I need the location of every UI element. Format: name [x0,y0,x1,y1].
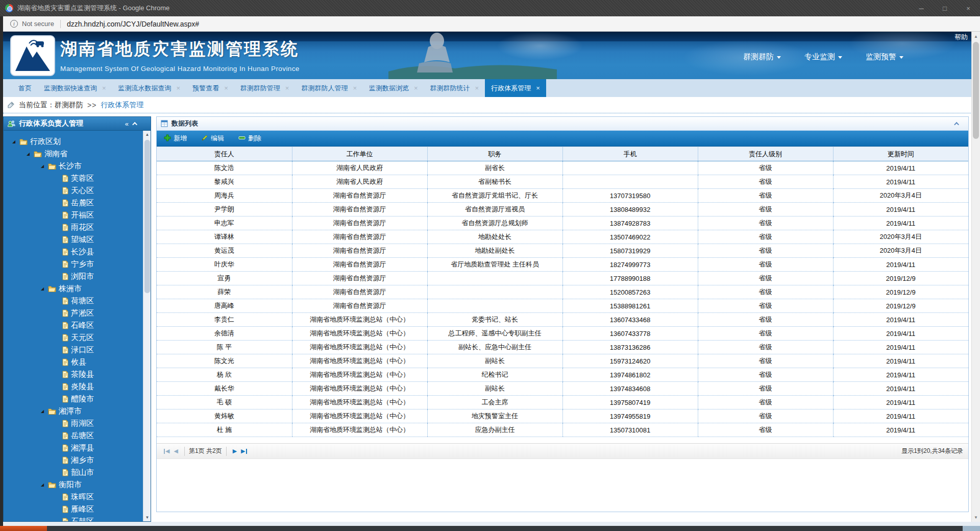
table-row[interactable]: 尹学朗湖南省自然资源厅省自然资源厅巡视员13808489932省级2019/4/… [157,203,968,216]
tab-7[interactable]: 群测群防统计× [424,79,485,97]
close-icon[interactable]: × [475,84,479,92]
tree-item-31[interactable]: 石鼓区 [4,515,143,521]
tab-5[interactable]: 群测群防人管理× [295,79,363,97]
collapse-left-icon[interactable]: « [125,120,129,127]
tab-1[interactable]: 监测数据快速查询× [38,79,112,97]
tree-item-24[interactable]: 岳塘区 [4,429,143,442]
tree-item-13[interactable]: 荷塘区 [4,295,143,307]
scroll-thumb[interactable] [144,140,150,293]
table-row[interactable]: 薛荣湖南省自然资源厅15200857263省级2019/12/9 [157,285,968,299]
table-row[interactable]: 杨 欣湖南省地质环境监测总站（中心）纪检书记13974861802省级2019/… [157,368,968,382]
tree-item-26[interactable]: 湘乡市 [4,454,143,466]
tree-item-14[interactable]: 芦淞区 [4,307,143,319]
tree-item-30[interactable]: 雁峰区 [4,503,143,515]
table-row[interactable]: 毛 硕湖南省地质环境监测总站（中心）工会主席13975807419省级2019/… [157,396,968,409]
top-nav-item-1[interactable]: 专业监测 [804,52,842,62]
tree-item-6[interactable]: 开福区 [4,209,143,221]
tree-item-21[interactable]: 醴陵市 [4,393,143,405]
table-row[interactable]: 黄炜敏湖南省地质环境监测总站（中心）地灾预警室主任13974955819省级20… [157,409,968,423]
tree-item-9[interactable]: 长沙县 [4,246,143,258]
close-button[interactable]: × [957,0,980,16]
table-row[interactable]: 陈文浩湖南省人民政府副省长省级2019/4/11 [157,161,968,175]
tree-item-25[interactable]: 湘潭县 [4,442,143,454]
tab-4[interactable]: 群测群防管理× [234,79,296,97]
minimize-button[interactable]: ─ [910,0,933,16]
table-row[interactable]: 周海兵湖南省自然资源厅省自然资源厅党组书记、厅长13707319580省级202… [157,189,968,203]
table-row[interactable]: 陈 平湖南省地质环境监测总站（中心）副站长、应急中心副主任13873136286… [157,341,968,354]
table-row[interactable]: 黄运茂湖南省自然资源厅地勘处副处长15807319929省级2020年3月4日 [157,244,968,258]
tree-item-10[interactable]: 宁乡市 [4,258,143,270]
tree-item-3[interactable]: 芙蓉区 [4,172,143,184]
table-row[interactable]: 李贵仁湖南省地质环境监测总站（中心）党委书记、站长13607433468省级20… [157,313,968,327]
tree-expander-icon[interactable]: ◢ [39,164,45,168]
tree-item-8[interactable]: 望城区 [4,233,143,246]
table-row[interactable]: 申志军湖南省自然资源厅省自然资源厅总规划师13874928783省级2019/4… [157,216,968,230]
table-row[interactable]: 陈文光湖南省地质环境监测总站（中心）副站长15973124620省级2019/4… [157,354,968,368]
table-row[interactable]: 宣勇湖南省自然资源厅17788990188省级2019/12/9 [157,272,968,285]
table-row[interactable]: 谭译林湖南省自然资源厅地勘处处长13507469022省级2020年3月4日 [157,230,968,244]
tab-8[interactable]: 行政体系管理× [485,79,546,97]
scrollbar-down-icon[interactable]: ▼ [972,513,980,521]
column-header-3[interactable]: 手机 [562,147,698,161]
tree-item-22[interactable]: ◢湘潭市 [4,405,143,417]
close-icon[interactable]: × [353,84,357,92]
tree-item-16[interactable]: 天元区 [4,331,143,344]
top-nav-item-0[interactable]: 群测群防 [743,52,781,62]
column-header-4[interactable]: 责任人级别 [698,147,833,161]
tree-item-2[interactable]: ◢长沙市 [4,160,143,172]
tab-0[interactable]: 首页 [12,79,38,97]
tree-item-20[interactable]: 炎陵县 [4,380,143,393]
panel-collapse-icon[interactable] [954,122,959,127]
tab-6[interactable]: 监测数据浏览× [363,79,424,97]
tree-item-12[interactable]: ◢株洲市 [4,282,143,295]
tree-item-29[interactable]: 珠晖区 [4,491,143,503]
maximize-button[interactable]: □ [933,0,957,16]
table-row[interactable]: 余德清湖南省地质环境监测总站（中心）总工程师、遥感中心专职副主任13607433… [157,327,968,341]
tree-expander-icon[interactable]: ◢ [39,409,45,414]
close-icon[interactable]: × [285,84,289,92]
tree-item-5[interactable]: 岳麓区 [4,197,143,209]
table-row[interactable]: 戴长华湖南省地质环境监测总站（中心）副站长13974834608省级2019/4… [157,382,968,396]
tree-item-4[interactable]: 天心区 [4,184,143,197]
url-text[interactable]: dzzh.hndzhj.com/JCYJ/DefaultNew.aspx# [67,20,199,28]
taskbar-active-app[interactable] [0,526,47,531]
tree-item-17[interactable]: 渌口区 [4,344,143,356]
close-icon[interactable]: × [414,84,418,92]
tree-item-11[interactable]: 浏阳市 [4,270,143,282]
taskbar-tray[interactable] [963,526,980,531]
delete-button[interactable]: 删除 [238,134,261,143]
sidebar-scrollbar[interactable]: ▲ ▼ [143,131,151,521]
pager-first-button[interactable]: ◀ [162,448,172,454]
pager-last-button[interactable]: ▶ [239,448,249,454]
tree-expander-icon[interactable]: ◢ [25,152,31,156]
column-header-0[interactable]: 责任人 [157,147,292,161]
tree-item-27[interactable]: 韶山市 [4,466,143,478]
browser-scrollbar[interactable]: ▲ ▼ [971,32,980,522]
tree-expander-icon[interactable]: ◢ [39,286,45,291]
tree-expander-icon[interactable]: ◢ [11,139,17,144]
column-header-5[interactable]: 更新时间 [833,147,968,161]
close-icon[interactable]: × [177,84,181,92]
help-link[interactable]: 帮助 [954,33,968,42]
close-icon[interactable]: × [536,84,540,92]
scroll-down-icon[interactable]: ▼ [143,514,151,521]
table-row[interactable]: 叶庆华湖南省自然资源厅省厅地质勘查管理处 主任科员18274999773省级20… [157,258,968,272]
scrollbar-thumb[interactable] [973,42,979,139]
table-row[interactable]: 杜 施湖南省地质环境监测总站（中心）应急办副主任13507310081省级201… [157,423,968,437]
add-button[interactable]: 新增 [164,134,187,143]
info-icon[interactable]: i [10,20,18,28]
tree-item-15[interactable]: 石峰区 [4,319,143,331]
table-row[interactable]: 黎咸兴湖南省人民政府省副秘书长省级2019/4/11 [157,175,968,189]
scroll-up-icon[interactable]: ▲ [143,131,151,138]
tab-3[interactable]: 预警查看× [186,79,234,97]
table-row[interactable]: 唐高峰湖南省自然资源厅15388981261省级2019/12/9 [157,299,968,313]
tree-item-7[interactable]: 雨花区 [4,221,143,233]
scrollbar-up-icon[interactable]: ▲ [972,32,980,40]
pager-prev-button[interactable]: ◀ [172,448,180,454]
tree-item-28[interactable]: ◢衡阳市 [4,478,143,491]
tree-item-18[interactable]: 攸县 [4,356,143,368]
tree-item-0[interactable]: ◢行政区划 [4,135,143,148]
tree-item-19[interactable]: 茶陵县 [4,368,143,380]
close-icon[interactable]: × [224,84,228,92]
tree-item-1[interactable]: ◢湖南省 [4,148,143,160]
